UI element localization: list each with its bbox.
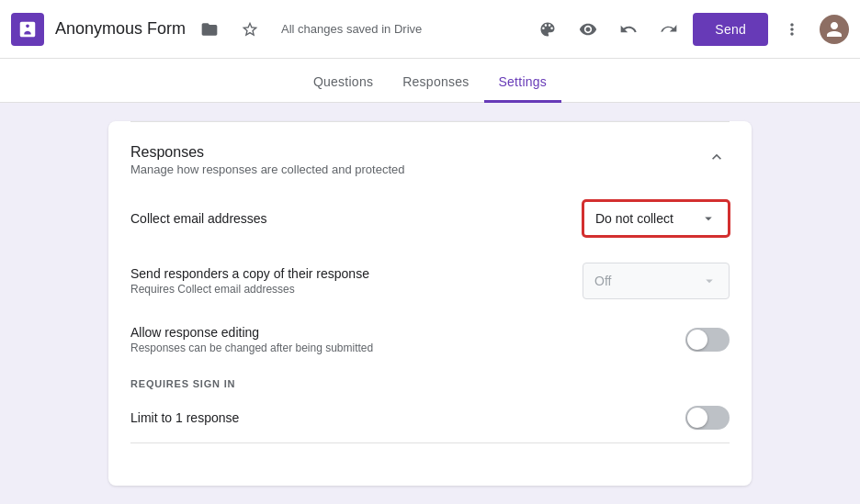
folder-button[interactable] — [193, 13, 226, 46]
requires-sign-in-label: Requires sign in — [130, 367, 730, 393]
star-icon — [241, 20, 259, 39]
preview-button[interactable] — [571, 13, 605, 46]
settings-card: Responses Manage how responses are colle… — [108, 121, 752, 486]
palette-icon — [538, 20, 557, 39]
palette-button[interactable] — [531, 13, 564, 46]
forms-icon — [17, 19, 38, 39]
folder-icon — [200, 20, 219, 39]
responses-section-header: Responses Manage how responses are colle… — [108, 122, 752, 180]
saved-text: All changes saved in Drive — [281, 22, 524, 36]
collect-email-value: Do not collect — [595, 211, 673, 226]
dropdown-arrow-icon — [700, 210, 717, 227]
send-copy-dropdown[interactable]: Off — [583, 263, 730, 299]
redo-button[interactable] — [652, 13, 685, 46]
main-content: Responses Manage how responses are colle… — [0, 103, 860, 504]
app-header: Anonymous Form All changes saved in Driv… — [0, 0, 860, 59]
allow-edit-label-group: Allow response editing Responses can be … — [130, 325, 373, 354]
tab-responses[interactable]: Responses — [388, 74, 483, 103]
allow-edit-sublabel: Responses can be changed after being sub… — [130, 342, 373, 354]
limit-response-row: Limit to 1 response — [130, 393, 730, 442]
section-title: Responses — [130, 144, 404, 161]
more-vert-icon — [783, 20, 801, 39]
allow-edit-toggle[interactable] — [685, 328, 730, 352]
send-copy-sublabel: Requires Collect email addresses — [130, 283, 369, 296]
collect-email-label: Collect email addresses — [130, 211, 267, 226]
section-title-group: Responses Manage how responses are colle… — [130, 144, 404, 176]
tabs-bar: Questions Responses Settings — [0, 59, 860, 103]
card-bottom-divider — [130, 442, 730, 443]
allow-edit-row: Allow response editing Responses can be … — [130, 312, 730, 367]
star-button[interactable] — [233, 13, 266, 46]
section-subtitle: Manage how responses are collected and p… — [130, 162, 404, 176]
limit-response-toggle[interactable] — [685, 406, 730, 430]
limit-response-label: Limit to 1 response — [130, 410, 239, 425]
app-icon — [11, 13, 44, 46]
send-copy-value: Off — [594, 274, 611, 288]
tab-settings[interactable]: Settings — [484, 74, 562, 103]
undo-button[interactable] — [612, 13, 645, 46]
form-title: Anonymous Form — [55, 19, 186, 39]
redo-icon — [660, 20, 678, 39]
eye-icon — [579, 20, 597, 39]
tab-questions[interactable]: Questions — [299, 74, 388, 103]
chevron-up-icon — [707, 148, 726, 166]
toggle-thumb — [687, 330, 707, 350]
send-copy-row: Send responders a copy of their response… — [130, 250, 730, 312]
person-icon — [825, 20, 843, 39]
collapse-section-button[interactable] — [704, 144, 730, 170]
undo-icon — [619, 20, 638, 39]
send-button[interactable]: Send — [693, 13, 768, 46]
toggle-thumb-2 — [687, 408, 707, 428]
dropdown-arrow-disabled-icon — [701, 273, 718, 289]
settings-body: Collect email addresses Do not collect S… — [108, 180, 752, 442]
collect-email-dropdown[interactable]: Do not collect — [583, 200, 730, 237]
more-options-button[interactable] — [775, 13, 809, 46]
send-copy-label-group: Send responders a copy of their response… — [130, 266, 369, 296]
collect-email-row: Collect email addresses Do not collect — [130, 187, 730, 250]
avatar[interactable] — [820, 15, 849, 44]
